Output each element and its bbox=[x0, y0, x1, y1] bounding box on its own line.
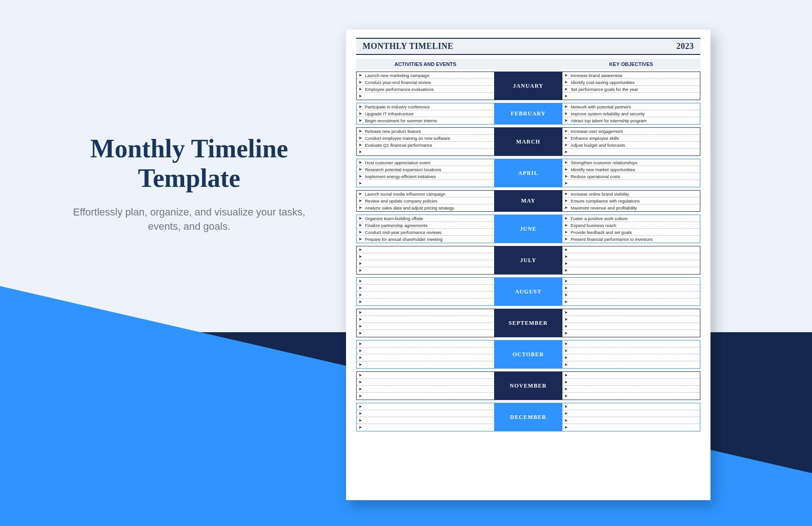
bullet-icon: ➤ bbox=[358, 405, 362, 409]
activity-item: ➤ bbox=[357, 316, 494, 323]
objective-item: ➤ bbox=[562, 354, 700, 361]
objective-item: ➤Maximize revenue and profitability bbox=[562, 204, 700, 211]
month-label: SEPTEMBER bbox=[495, 309, 562, 337]
objective-item: ➤Enhance employee skills bbox=[562, 135, 700, 142]
objective-text: Identify new market opportunities bbox=[571, 167, 635, 172]
objective-text: Ensure compliance with regulations bbox=[571, 198, 639, 203]
activity-item: ➤Finalize partnership agreements bbox=[357, 222, 494, 229]
activities-box: ➤Host customer appreciation event➤Resear… bbox=[356, 159, 495, 187]
bullet-icon: ➤ bbox=[358, 174, 362, 179]
bullet-icon: ➤ bbox=[564, 286, 568, 290]
month-label: OCTOBER bbox=[495, 340, 562, 369]
bullet-icon: ➤ bbox=[564, 129, 568, 133]
bullet-icon: ➤ bbox=[358, 255, 362, 259]
bullet-icon: ➤ bbox=[358, 349, 362, 353]
bullet-icon: ➤ bbox=[564, 150, 568, 154]
months-container: ➤Launch new marketing campaign➤Conduct y… bbox=[356, 72, 700, 431]
bullet-icon: ➤ bbox=[358, 192, 362, 196]
month-label: APRIL bbox=[495, 159, 562, 187]
objective-item: ➤ bbox=[562, 379, 700, 386]
month-row: ➤➤➤➤NOVEMBER➤➤➤➤ bbox=[356, 371, 700, 400]
bullet-icon: ➤ bbox=[358, 380, 362, 384]
bullet-icon: ➤ bbox=[358, 143, 362, 147]
objective-text: Attract top talent for internship progra… bbox=[571, 118, 647, 123]
activity-item: ➤ bbox=[357, 361, 494, 368]
document-preview: MONTHLY TIMELINE 2023 ACTIVITIES AND EVE… bbox=[346, 30, 710, 500]
bullet-icon: ➤ bbox=[358, 223, 362, 227]
objective-text: Maximize revenue and profitability bbox=[571, 205, 637, 210]
page-title: Monthly Timeline Template bbox=[69, 134, 309, 193]
objective-text: Adjust budget and forecasts bbox=[571, 143, 625, 148]
col-header-spacer bbox=[495, 59, 562, 70]
objective-item: ➤Increase online brand visibility bbox=[562, 191, 700, 197]
bullet-icon: ➤ bbox=[564, 425, 568, 430]
objective-item: ➤Network with potential partners bbox=[562, 103, 700, 110]
bullet-icon: ➤ bbox=[358, 269, 362, 273]
objective-text: Enhance employee skills bbox=[571, 136, 619, 141]
objectives-box: ➤➤➤➤ bbox=[562, 246, 700, 275]
bullet-icon: ➤ bbox=[564, 143, 568, 147]
objectives-box: ➤Strengthen customer relationships➤Ident… bbox=[562, 159, 700, 187]
activity-item: ➤ bbox=[357, 330, 494, 337]
bullet-icon: ➤ bbox=[358, 161, 362, 165]
objectives-box: ➤Network with potential partners➤Improve… bbox=[562, 103, 700, 125]
bullet-icon: ➤ bbox=[358, 418, 362, 423]
objective-item: ➤Increase user engagement bbox=[562, 128, 700, 135]
objective-item: ➤Provide feedback and set goals bbox=[562, 229, 700, 236]
bullet-icon: ➤ bbox=[358, 87, 362, 91]
activity-item: ➤ bbox=[357, 354, 494, 361]
activity-item: ➤Implement energy-efficient initiatives bbox=[357, 173, 494, 180]
activity-text: Research potential expansion locations bbox=[365, 167, 441, 172]
month-row: ➤Launch new marketing campaign➤Conduct y… bbox=[356, 72, 700, 100]
activity-item: ➤ bbox=[357, 386, 494, 393]
activity-text: Upgrade IT infrastructure bbox=[365, 111, 413, 116]
bullet-icon: ➤ bbox=[564, 73, 568, 78]
activity-item: ➤Begin recruitment for summer interns bbox=[357, 117, 494, 124]
month-label: AUGUST bbox=[495, 277, 562, 306]
bullet-icon: ➤ bbox=[358, 331, 362, 335]
activities-box: ➤Participate in industry conference➤Upgr… bbox=[356, 103, 495, 125]
month-label: DECEMBER bbox=[495, 403, 562, 431]
bullet-icon: ➤ bbox=[358, 324, 362, 329]
month-label: MAY bbox=[495, 190, 562, 212]
objective-item: ➤ bbox=[562, 403, 700, 410]
bullet-icon: ➤ bbox=[564, 216, 568, 221]
activities-box: ➤➤➤➤ bbox=[356, 403, 495, 431]
activity-item: ➤ bbox=[357, 93, 494, 100]
activity-item: ➤Release new product feature bbox=[357, 128, 494, 135]
month-label: JANUARY bbox=[495, 72, 562, 100]
activity-text: Release new product feature bbox=[365, 129, 421, 134]
bullet-icon: ➤ bbox=[564, 300, 568, 304]
bullet-icon: ➤ bbox=[564, 105, 568, 109]
objectives-box: ➤➤➤➤ bbox=[562, 309, 700, 337]
col-header-objectives: KEY OBJECTIVES bbox=[562, 59, 700, 70]
bullet-icon: ➤ bbox=[358, 129, 362, 133]
objective-item: ➤ bbox=[562, 417, 700, 424]
objective-item: ➤ bbox=[562, 292, 700, 299]
activities-box: ➤Launch new marketing campaign➤Conduct y… bbox=[356, 72, 495, 100]
activities-box: ➤Organize team-building offsite➤Finalize… bbox=[356, 215, 495, 243]
activities-box: ➤Launch social media influencer campaign… bbox=[356, 190, 495, 212]
bullet-icon: ➤ bbox=[358, 136, 362, 140]
month-row: ➤➤➤➤SEPTEMBER➤➤➤➤ bbox=[356, 309, 700, 337]
objectives-box: ➤➤➤➤ bbox=[562, 403, 700, 431]
objective-item: ➤ bbox=[562, 330, 700, 337]
activity-item: ➤Launch social media influencer campaign bbox=[357, 191, 494, 197]
objective-item: ➤Strengthen customer relationships bbox=[562, 159, 700, 166]
bullet-icon: ➤ bbox=[358, 293, 362, 297]
objective-item: ➤ bbox=[562, 316, 700, 323]
bullet-icon: ➤ bbox=[564, 279, 568, 283]
activities-box: ➤➤➤➤ bbox=[356, 371, 495, 400]
bullet-icon: ➤ bbox=[564, 248, 568, 252]
objective-item: ➤ bbox=[562, 253, 700, 260]
objectives-box: ➤Increase brand awareness➤Identify cost-… bbox=[562, 72, 700, 100]
bullet-icon: ➤ bbox=[564, 230, 568, 234]
doc-title: MONTHLY TIMELINE bbox=[363, 42, 454, 51]
objective-item: ➤Adjust budget and forecasts bbox=[562, 142, 700, 149]
bullet-icon: ➤ bbox=[564, 255, 568, 259]
activity-text: Launch new marketing campaign bbox=[365, 73, 429, 78]
activity-text: Implement energy-efficient initiatives bbox=[365, 174, 436, 179]
objective-item: ➤ bbox=[562, 386, 700, 393]
bullet-icon: ➤ bbox=[564, 331, 568, 335]
objective-item: ➤ bbox=[562, 149, 700, 155]
